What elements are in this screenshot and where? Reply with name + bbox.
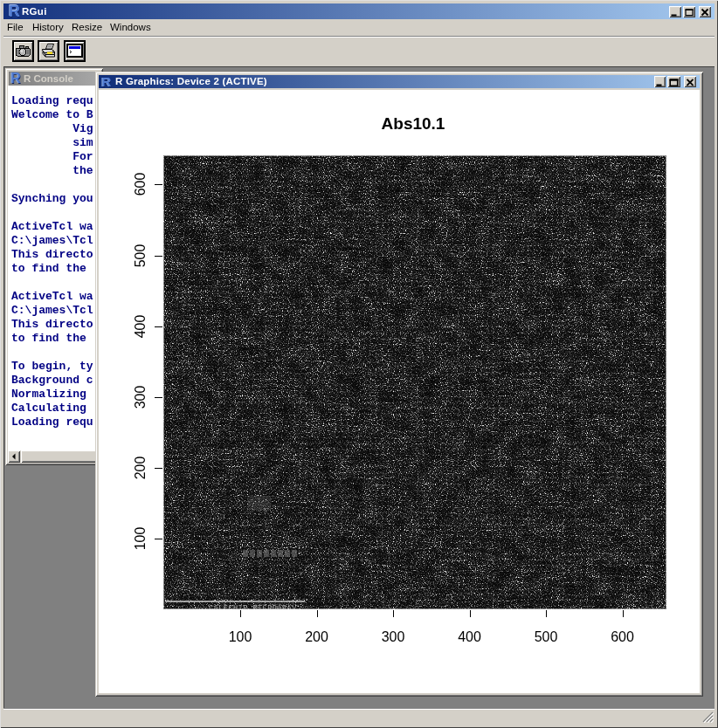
svg-text:R: R	[101, 75, 111, 88]
svg-text:R: R	[9, 3, 20, 19]
svg-text:CALECHIP MICROARAV: CALECHIP MICROARAV	[209, 604, 297, 609]
svg-text:R: R	[10, 72, 21, 86]
